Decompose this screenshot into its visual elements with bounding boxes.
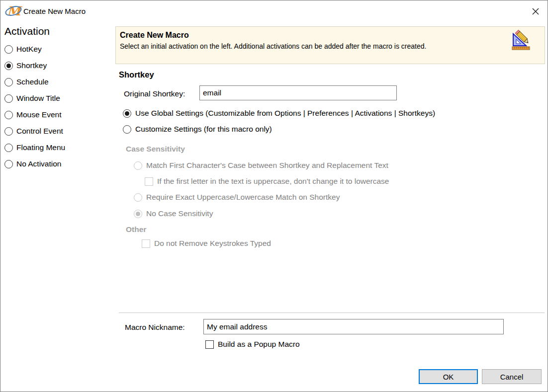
customize-settings-option[interactable]: Customize Settings (for this macro only) [123, 125, 272, 134]
sidebar-item-label: Shortkey [16, 61, 47, 70]
close-icon [531, 6, 541, 16]
sidebar-item-control-event[interactable]: Control Event [4, 126, 65, 136]
footer-divider [119, 313, 545, 313]
macro-nickname-label: Macro Nickname: [125, 323, 185, 332]
sidebar-item-window-title[interactable]: Window Title [4, 93, 65, 103]
original-shortkey-input[interactable] [199, 85, 397, 100]
sidebar-item-no-activation[interactable]: No Activation [4, 159, 65, 169]
sidebar-item-shortkey[interactable]: Shortkey [4, 61, 65, 71]
window-title: Create New Macro [23, 7, 86, 15]
option-label: Use Global Settings (Customizable from O… [135, 109, 435, 118]
sidebar-item-label: Floating Menu [16, 143, 65, 152]
create-new-macro-dialog: M Create New Macro Activation HotKey Sho… [0, 0, 548, 392]
build-popup-macro-checkbox[interactable]: Build as a Popup Macro [205, 340, 300, 349]
require-exact-match-option: Require Exact Uppercase/Lowercase Match … [134, 193, 340, 202]
option-label: No Case Sensitivity [146, 209, 213, 218]
do-not-remove-keystrokes-checkbox: Do not Remove Keystrokes Typed [142, 239, 271, 248]
checkbox-icon [142, 239, 150, 248]
activation-heading: Activation [4, 25, 50, 37]
sidebar-item-label: Mouse Event [16, 110, 61, 119]
radio-icon [4, 94, 13, 103]
sidebar-item-label: Schedule [16, 78, 49, 86]
case-sensitivity-heading: Case Sensitivity [126, 145, 185, 154]
cancel-button[interactable]: Cancel [482, 369, 542, 384]
checkbox-icon [205, 340, 214, 349]
option-label: Require Exact Uppercase/Lowercase Match … [146, 193, 340, 202]
no-case-sensitivity-option: No Case Sensitivity [134, 209, 213, 218]
sidebar-item-mouse-event[interactable]: Mouse Event [4, 110, 65, 120]
macro-nickname-input[interactable] [203, 319, 504, 334]
sidebar-item-label: HotKey [16, 45, 42, 54]
checkbox-icon [145, 177, 153, 186]
sidebar-item-label: No Activation [16, 159, 61, 168]
use-global-settings-option[interactable]: Use Global Settings (Customizable from O… [123, 109, 435, 118]
option-label: Match First Character's Case between Sho… [146, 161, 388, 170]
banner-title: Create New Macro [120, 31, 189, 40]
activation-list: HotKey Shortkey Schedule Window Title Mo… [4, 44, 65, 169]
option-label: Do not Remove Keystrokes Typed [154, 239, 271, 248]
ok-button[interactable]: OK [419, 369, 478, 384]
radio-icon [123, 109, 131, 118]
sidebar-item-hotkey[interactable]: HotKey [4, 44, 65, 54]
app-icon: M [5, 4, 22, 18]
info-banner: Create New Macro Select an initial activ… [115, 26, 545, 64]
sidebar-item-schedule[interactable]: Schedule [4, 77, 65, 87]
option-label: Build as a Popup Macro [218, 340, 300, 349]
radio-icon [123, 125, 131, 134]
uppercase-no-change-checkbox: If the first letter in the text is upper… [145, 177, 389, 186]
sidebar-item-floating-menu[interactable]: Floating Menu [4, 143, 65, 153]
original-shortkey-label: Original Shortkey: [124, 89, 185, 98]
banner-subtitle: Select an initial activation on the left… [120, 42, 426, 50]
radio-icon [4, 160, 13, 168]
radio-icon [4, 78, 13, 86]
sidebar-item-label: Window Title [16, 94, 60, 103]
radio-icon [4, 45, 13, 54]
radio-icon [4, 62, 13, 70]
shortkey-section-heading: Shortkey [119, 70, 154, 79]
radio-icon [4, 144, 13, 152]
sidebar-item-label: Control Event [16, 127, 63, 136]
radio-icon [134, 193, 142, 202]
radio-icon [4, 127, 13, 136]
radio-icon [134, 161, 142, 170]
drafting-tools-icon [512, 30, 531, 51]
close-button[interactable] [526, 2, 546, 20]
match-first-case-option: Match First Character's Case between Sho… [134, 161, 388, 170]
option-label: If the first letter in the text is upper… [157, 177, 389, 186]
other-heading: Other [126, 225, 146, 234]
radio-icon [134, 210, 142, 218]
option-label: Customize Settings (for this macro only) [135, 125, 272, 134]
radio-icon [4, 111, 13, 119]
